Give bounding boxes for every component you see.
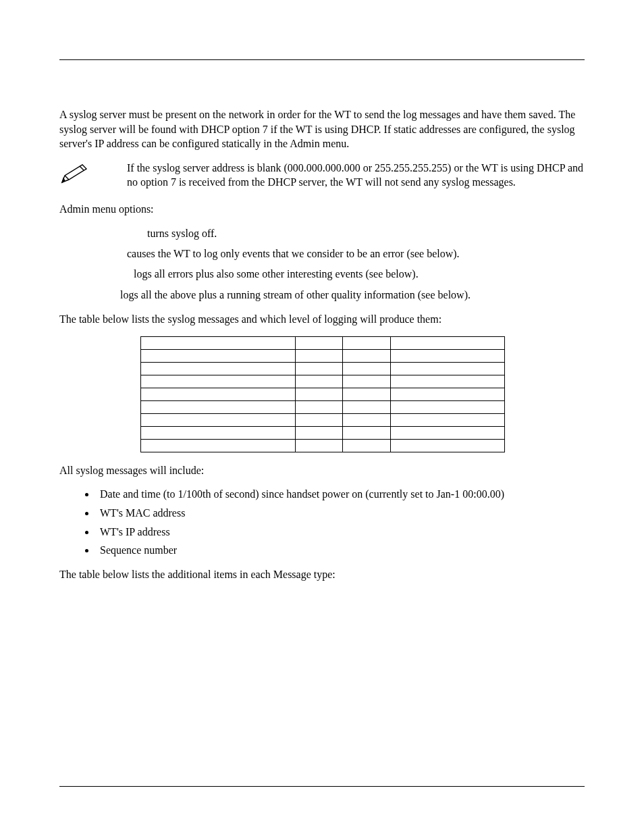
closing-paragraph: The table below lists the additional ite… <box>59 567 585 582</box>
table-cell <box>390 426 504 439</box>
includes-intro: All syslog messages will include: <box>59 463 585 478</box>
option-off: turns syslog off. <box>59 226 585 241</box>
table-cell <box>343 388 390 400</box>
table-cell <box>390 362 504 375</box>
admin-options-list: turns syslog off. causes the WT to log o… <box>59 226 585 303</box>
table-cell <box>343 349 390 362</box>
table-row <box>141 439 505 452</box>
table-cell <box>390 375 504 388</box>
table-cell <box>295 413 342 426</box>
table-cell <box>390 336 504 349</box>
table-cell <box>295 375 342 388</box>
table-cell <box>141 413 296 426</box>
admin-heading: Admin menu options: <box>59 202 585 217</box>
includes-list: Date and time (to 1/100th of second) sin… <box>59 487 585 557</box>
pencil-icon <box>59 162 89 188</box>
footer-rule <box>59 786 585 787</box>
table-intro: The table below lists the syslog message… <box>59 312 585 327</box>
table-cell <box>141 336 296 349</box>
table-row <box>141 413 505 426</box>
table-cell <box>343 439 390 452</box>
option-errors: causes the WT to log only events that we… <box>59 246 585 261</box>
table-cell <box>141 388 296 400</box>
table-cell <box>343 426 390 439</box>
option-full: logs all the above plus a running stream… <box>59 288 585 303</box>
table-row <box>141 400 505 413</box>
table-cell <box>141 400 296 413</box>
table-cell <box>141 362 296 375</box>
table-cell <box>141 375 296 388</box>
table-cell <box>141 426 296 439</box>
table-cell <box>141 349 296 362</box>
table-cell <box>295 388 342 400</box>
list-item: WT's MAC address <box>96 506 585 521</box>
table-cell <box>295 336 342 349</box>
table-row <box>141 426 505 439</box>
table-cell <box>295 426 342 439</box>
table-cell <box>390 400 504 413</box>
table-row <box>141 349 505 362</box>
table-cell <box>390 413 504 426</box>
note-text: If the syslog server address is blank (0… <box>127 161 585 190</box>
table-cell <box>295 362 342 375</box>
syslog-table <box>140 336 505 452</box>
table-cell <box>390 439 504 452</box>
paragraph-intro: A syslog server must be present on the n… <box>59 107 585 151</box>
list-item: Date and time (to 1/100th of second) sin… <box>96 487 585 502</box>
table-cell <box>295 349 342 362</box>
header-rule <box>59 59 585 60</box>
table-row <box>141 375 505 388</box>
table-cell <box>295 439 342 452</box>
list-item: Sequence number <box>96 543 585 558</box>
table-cell <box>390 349 504 362</box>
table-cell <box>343 336 390 349</box>
list-item: WT's IP address <box>96 525 585 540</box>
table-cell <box>343 400 390 413</box>
table-cell <box>141 439 296 452</box>
table-row <box>141 388 505 400</box>
table-cell <box>343 413 390 426</box>
table-cell <box>343 375 390 388</box>
table-cell <box>295 400 342 413</box>
table-cell <box>343 362 390 375</box>
table-row <box>141 336 505 349</box>
table-cell <box>390 388 504 400</box>
table-row <box>141 362 505 375</box>
option-events: logs all errors plus also some other int… <box>59 267 585 282</box>
note-block: If the syslog server address is blank (0… <box>59 161 585 190</box>
